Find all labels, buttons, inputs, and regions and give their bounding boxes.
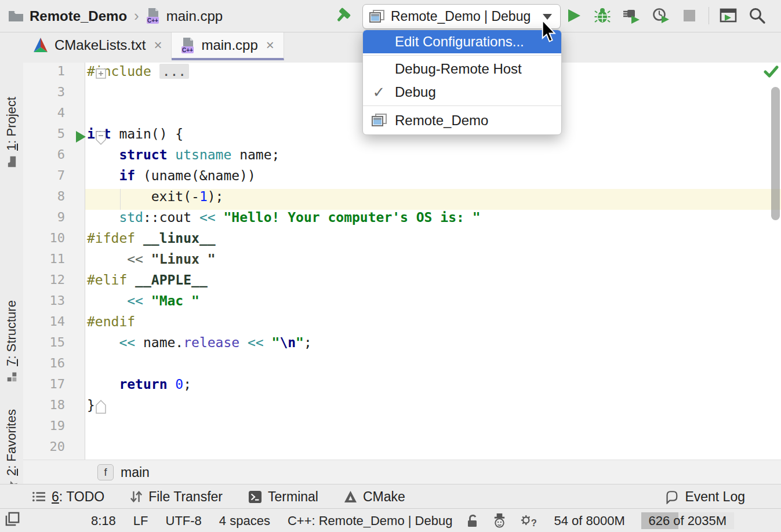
resolve-context[interactable]: C++: Remote_Demo | Debug [288, 513, 453, 529]
line-separator[interactable]: LF [133, 513, 148, 529]
code-line[interactable]: 6 struct utsname name; [23, 147, 781, 168]
code-line[interactable]: 19 [23, 418, 781, 439]
code-text: if (uname(&name)) [87, 168, 256, 189]
code-line[interactable]: 20 [23, 439, 781, 460]
tab-cmakelists[interactable]: CMakeLists.txt × [23, 32, 172, 60]
toolwindow-event-log[interactable]: Event Log [664, 489, 745, 505]
tab-label: main.cpp [201, 37, 257, 53]
breadcrumb-function-name[interactable]: main [121, 465, 150, 480]
remote-memory-indicator[interactable]: 54 of 8000M [554, 513, 624, 529]
folder-icon [8, 10, 24, 23]
toolwindow-todo[interactable]: 6: TODO [32, 489, 104, 505]
code-text: } [87, 398, 95, 418]
code-line[interactable]: 11 << "Linux " [23, 252, 781, 272]
code-line[interactable]: 18} [23, 398, 781, 418]
line-number: 8 [23, 189, 65, 210]
code-text: exit(-1); [87, 189, 223, 210]
code-line[interactable]: 7 if (uname(&name)) [23, 168, 781, 189]
toolwindow-terminal[interactable]: Terminal [248, 489, 318, 505]
code-text: #ifdef __linux__ [87, 231, 216, 252]
profile-button[interactable] [651, 6, 670, 25]
code-line[interactable]: 12#elif __APPLE__ [23, 272, 781, 293]
terminal-icon [248, 490, 262, 504]
sidebar-item-project[interactable]: 1: Project [4, 97, 19, 167]
fold-collapse-bottom-icon[interactable] [96, 400, 106, 414]
toolwindow-access-button[interactable] [5, 511, 20, 530]
search-icon [749, 7, 766, 24]
code-line[interactable]: 8 exit(-1); [23, 189, 781, 210]
run-button[interactable] [564, 6, 583, 25]
fold-expand-icon[interactable] [96, 68, 106, 79]
structure-icon [6, 371, 17, 382]
code-line[interactable]: 16 [23, 356, 781, 377]
code-line[interactable]: 10#ifdef __linux__ [23, 231, 781, 252]
indent-setting[interactable]: 4 spaces [219, 513, 270, 529]
code-text: << name.release << "\n"; [87, 335, 312, 356]
stripe-label-structure: 7: Structure [4, 300, 19, 366]
file-encoding[interactable]: UTF-8 [166, 513, 202, 529]
code-text: #elif __APPLE__ [87, 272, 208, 293]
toolwindow-label: CMake [363, 489, 405, 505]
line-number: 17 [23, 377, 65, 398]
file-transfer-icon [130, 490, 143, 504]
code-text: return 0; [87, 377, 191, 398]
run-config-dropdown-menu: Edit Configurations... Debug-Remote Host… [362, 30, 562, 135]
toolwindow-label: Event Log [685, 489, 745, 505]
gear-question-button[interactable]: ? [520, 513, 536, 529]
menu-item-remote-demo[interactable]: Remote_Demo [363, 108, 561, 133]
close-icon[interactable]: × [154, 37, 162, 53]
sidebar-item-favorites[interactable]: 2: Favorites [4, 409, 19, 493]
toolwindow-file-transfer[interactable]: File Transfer [130, 489, 223, 505]
toolwindow-cmake[interactable]: CMake [344, 489, 405, 505]
tab-main-cpp[interactable]: C++ main.cpp × [172, 32, 284, 60]
toolbar-divider [709, 7, 709, 24]
highlighting-level-button[interactable] [492, 513, 507, 529]
code-line[interactable]: 9 std::cout << "Hello! Your computer's O… [23, 210, 781, 231]
menu-item-debug[interactable]: ✓ Debug [363, 81, 561, 104]
run-configuration-selector[interactable]: Remote_Demo | Debug [362, 4, 561, 29]
code-line[interactable]: 14#endif [23, 314, 781, 335]
line-number: 19 [23, 418, 65, 439]
code-line[interactable]: 13 << "Mac " [23, 293, 781, 314]
breadcrumb-project[interactable]: Remote_Demo [30, 8, 127, 24]
code-text: struct utsname name; [87, 147, 279, 168]
caret-position[interactable]: 8:18 [91, 513, 116, 529]
tab-label: CMakeLists.txt [55, 37, 146, 53]
menu-item-label: Remote_Demo [395, 112, 488, 129]
status-bar: 8:18 LF UTF-8 4 spaces C++: Remote_Demo … [0, 508, 781, 532]
menu-item-debug-remote-host[interactable]: Debug-Remote Host [363, 57, 561, 81]
inspections-widget[interactable] [764, 65, 779, 81]
fold-collapse-top-icon[interactable] [96, 131, 106, 145]
breadcrumb-file[interactable]: main.cpp [166, 8, 223, 24]
toolbar-actions [564, 6, 767, 25]
run-anything-button[interactable] [718, 6, 738, 25]
menu-item-label: Debug-Remote Host [395, 61, 522, 77]
readonly-toggle[interactable] [465, 513, 479, 529]
memory-indicator[interactable]: 626 of 2035M [641, 512, 734, 529]
event-log-icon [664, 490, 679, 504]
close-icon[interactable]: × [266, 37, 274, 53]
svg-text:?: ? [531, 518, 536, 529]
chevron-down-icon [543, 14, 552, 20]
attach-profiler-button[interactable] [622, 6, 641, 25]
code-line[interactable]: 17 return 0; [23, 377, 781, 398]
code-line[interactable]: 15 << name.release << "\n"; [23, 335, 781, 356]
breadcrumb: Remote_Demo › C++ main.cpp [8, 7, 223, 25]
stop-button[interactable] [680, 6, 699, 25]
bottom-tool-window-bar: 6: TODO File Transfer Terminal CMake Eve… [0, 484, 781, 509]
line-number: 11 [23, 252, 65, 272]
left-tool-window-stripe: 1: Project 7: Structure 2: Favorites [0, 32, 24, 484]
build-hammer-button[interactable] [333, 6, 353, 25]
debug-button[interactable] [593, 6, 612, 25]
sidebar-item-structure[interactable]: 7: Structure [4, 300, 19, 382]
search-everywhere-button[interactable] [747, 6, 767, 25]
editor-scrollbar[interactable] [771, 87, 780, 220]
line-number: 4 [23, 105, 65, 126]
menu-item-edit-configurations[interactable]: Edit Configurations... [363, 30, 561, 53]
cmake-logo-icon [32, 37, 49, 53]
stripe-label-project: 1: Project [4, 97, 19, 151]
memory-text: 626 of 2035M [648, 513, 726, 529]
line-number: 12 [23, 272, 65, 293]
toolwindow-access-icon [5, 511, 20, 527]
run-line-marker-icon[interactable] [74, 130, 87, 144]
